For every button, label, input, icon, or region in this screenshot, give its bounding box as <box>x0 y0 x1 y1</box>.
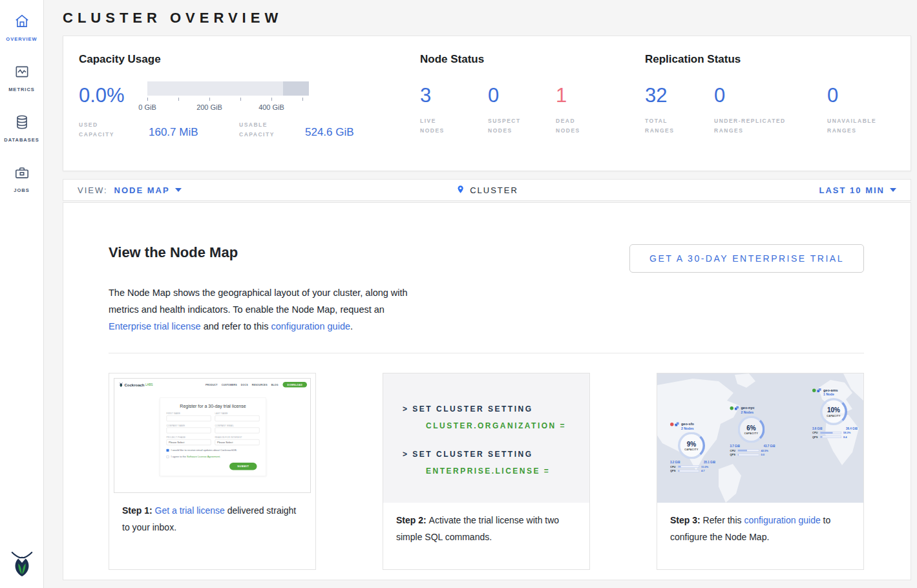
mini-last-name-field <box>215 415 260 421</box>
region-status-dot <box>812 389 816 393</box>
view-selector-dropdown[interactable]: NODE MAP <box>114 185 182 195</box>
capacity-tick-label: 200 GiB <box>196 103 222 111</box>
mini-company-email-field <box>215 428 260 434</box>
unavailable-ranges-stat: 0 UNAVAILABLERANGES <box>827 85 876 136</box>
map-pin-icon <box>456 184 465 197</box>
mini-company-name-field <box>167 428 211 434</box>
dead-nodes-stat: 1 DEADNODES <box>556 85 580 136</box>
mini-registration-form: Register for a 30-day trial license FIRS… <box>160 398 266 477</box>
chevron-down-icon <box>175 188 182 192</box>
node-cluster-icon <box>735 406 740 412</box>
cockroach-labs-logo: CockroachLABS <box>119 383 153 388</box>
node-map-panel: View the Node Map GET A 30-DAY ENTERPRIS… <box>63 202 911 580</box>
sidebar-item-label: JOBS <box>14 187 29 193</box>
node-status-title: Node Status <box>420 53 645 66</box>
live-nodes-stat: 3 LIVENODES <box>420 85 488 136</box>
mini-submit-button: SUBMIT <box>229 463 257 470</box>
capacity-bar-reserved-segment <box>283 81 309 96</box>
database-icon <box>14 114 30 133</box>
mini-site-nav: PRODUCTCUSTOMERSDOCSRESOURCESBLOG <box>206 384 279 386</box>
map-region-geo-ams: geo-ams 1 Node 10% CAPACITY 3.6 GiB36.4 … <box>812 388 863 439</box>
step3-caption: Step 3: Refer this configuration guide t… <box>670 512 850 545</box>
step2-caption: Step 2: Activate the trial license with … <box>396 512 576 545</box>
mini-form-title: Register for a 30-day trial license <box>167 403 260 408</box>
sidebar-item-label: DATABASES <box>4 137 39 143</box>
sidebar-item-metrics[interactable]: METRICS <box>0 50 43 101</box>
sidebar: OVERVIEW METRICS DATABASES JOBS <box>0 0 44 588</box>
replication-status-section: Replication Status 32 TOTALRANGES 0 UNDE… <box>645 53 911 171</box>
briefcase-icon <box>14 164 30 184</box>
sidebar-item-label: OVERVIEW <box>6 36 37 42</box>
step1-card: CockroachLABS PRODUCTCUSTOMERSDOCSRESOUR… <box>109 373 316 570</box>
unavailable-ranges-value: 0 <box>827 85 876 105</box>
sql-setting-line: CLUSTER.ORGANIZATION = <box>426 421 589 430</box>
region-status-dot <box>670 423 674 426</box>
sql-prompt-line: > SET CLUSTER SETTING <box>403 450 589 459</box>
trial-registration-screenshot: CockroachLABS PRODUCTCUSTOMERSDOCSRESOUR… <box>114 378 311 493</box>
live-nodes-value: 3 <box>420 85 488 105</box>
capacity-axis-ticks <box>147 98 309 101</box>
step1-caption: Step 1: Get a trial license delivered st… <box>122 502 302 536</box>
cockroachdb-logo-icon <box>10 549 34 580</box>
suspect-nodes-value: 0 <box>488 85 556 105</box>
capacity-bar: 0 GiB 200 GiB 400 GiB <box>147 81 309 112</box>
configuration-guide-link[interactable]: configuration guide <box>744 515 820 525</box>
usable-capacity-label: USABLECAPACITY <box>239 120 305 140</box>
enterprise-trial-button[interactable]: GET A 30-DAY ENTERPRISE TRIAL <box>629 244 864 273</box>
sidebar-item-label: METRICS <box>8 87 35 92</box>
node-map-heading: View the Node Map <box>109 244 238 261</box>
used-capacity-label: USEDCAPACITY <box>79 120 149 140</box>
capacity-gauge: 6% CAPACITY <box>738 416 765 443</box>
capacity-tick-label: 0 GiB <box>138 103 156 111</box>
setup-steps: CockroachLABS PRODUCTCUSTOMERSDOCSRESOUR… <box>109 373 864 570</box>
capacity-gauge: 9% CAPACITY <box>678 432 705 459</box>
map-region-geo-nyc: geo-nyc 2 Nodes 6% CAPACITY 3.7 GiB43.7 … <box>730 406 782 456</box>
mini-reason-select: Please Select <box>215 439 260 445</box>
chevron-down-icon <box>890 188 896 192</box>
page-title: CLUSTER OVERVIEW <box>63 8 911 27</box>
mini-download-button: DOWNLOAD <box>283 382 307 388</box>
node-cluster-icon <box>675 422 680 428</box>
get-trial-license-link[interactable]: Get a trial license <box>155 505 225 516</box>
scope-breadcrumb: CLUSTER <box>456 184 518 197</box>
step3-card: geo-sfo 2 Nodes 9% CAPACITY 3.2 GiB35.1 … <box>657 373 864 570</box>
used-capacity-value: 160.7 MiB <box>149 126 239 140</box>
sql-commands-box: > SET CLUSTER SETTING CLUSTER.ORGANIZATI… <box>383 373 589 503</box>
replication-status-title: Replication Status <box>645 53 911 66</box>
mini-project-phase-select: Please Select <box>167 439 211 445</box>
view-bar: VIEW: NODE MAP CLUSTER LAST 10 MIN <box>63 179 911 201</box>
capacity-usage-title: Capacity Usage <box>79 53 420 66</box>
under-replicated-ranges-value: 0 <box>714 85 827 105</box>
content-area: CLUSTER OVERVIEW Capacity Usage 0.0% <box>44 0 917 588</box>
usable-capacity-value: 524.6 GiB <box>305 126 354 140</box>
node-map-description: The Node Map shows the geographical layo… <box>109 284 412 335</box>
mini-email-updates-checkbox: I would like to receive email updates ab… <box>167 449 260 452</box>
scope-label: CLUSTER <box>470 185 518 195</box>
app-window: OVERVIEW METRICS DATABASES JOBS <box>0 0 917 588</box>
map-region-geo-sfo: geo-sfo 2 Nodes 9% CAPACITY 3.2 GiB35.1 … <box>670 422 722 472</box>
dead-nodes-value: 1 <box>556 85 580 105</box>
capacity-used-percent: 0.0% <box>79 85 147 105</box>
enterprise-trial-license-link[interactable]: Enterprise trial license <box>109 321 201 331</box>
divider <box>109 353 864 353</box>
mini-first-name-field <box>167 415 211 421</box>
home-icon <box>14 13 30 32</box>
capacity-gauge: 10% CAPACITY <box>820 398 847 425</box>
sidebar-item-jobs[interactable]: JOBS <box>0 151 43 202</box>
total-ranges-value: 32 <box>645 85 714 105</box>
configuration-guide-link[interactable]: configuration guide <box>271 321 350 331</box>
under-replicated-ranges-stat: 0 UNDER-REPLICATEDRANGES <box>714 85 827 136</box>
sidebar-item-overview[interactable]: OVERVIEW <box>0 0 43 50</box>
capacity-bar-track <box>147 81 309 96</box>
capacity-usage-section: Capacity Usage 0.0% 0 GiB 200 GiB <box>79 53 420 171</box>
node-status-section: Node Status 3 LIVENODES 0 SUSPECTNODES 1… <box>420 53 645 171</box>
mini-license-agreement-checkbox: I agree to the Software License Agreemen… <box>167 456 260 459</box>
sidebar-item-databases[interactable]: DATABASES <box>0 101 43 151</box>
region-status-dot <box>730 406 734 410</box>
suspect-nodes-stat: 0 SUSPECTNODES <box>488 85 556 136</box>
total-ranges-stat: 32 TOTALRANGES <box>645 85 714 136</box>
node-cluster-icon <box>817 388 822 395</box>
view-label: VIEW: <box>78 185 108 195</box>
time-range-dropdown[interactable]: LAST 10 MIN <box>819 185 896 195</box>
sql-setting-line: ENTERPRISE.LICENSE = <box>426 467 589 476</box>
